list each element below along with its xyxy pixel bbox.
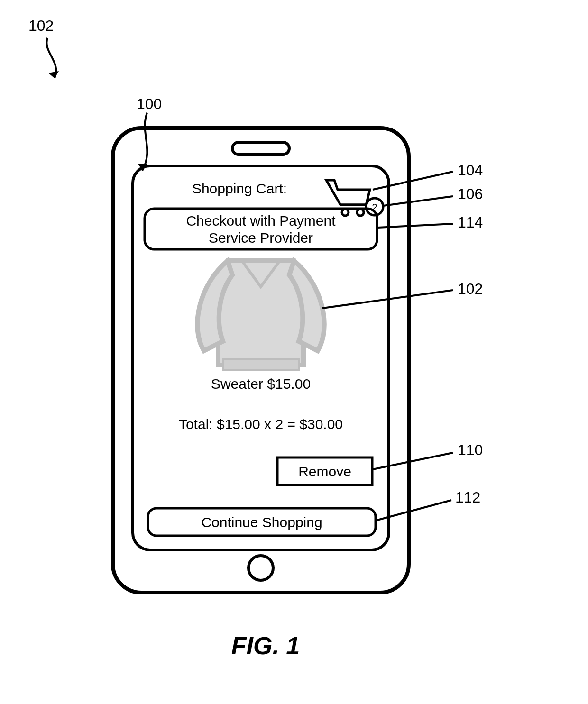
product-label: Sweater $15.00 — [211, 376, 311, 392]
home-button[interactable] — [248, 556, 273, 580]
callout-112: 112 — [455, 489, 480, 506]
callout-100: 100 — [137, 95, 162, 112]
remove-button[interactable]: Remove — [277, 457, 372, 485]
callout-114: 114 — [458, 214, 483, 231]
callout-100-lead — [142, 113, 147, 171]
product-name: Sweater — [211, 376, 263, 392]
cart-icon[interactable] — [326, 180, 370, 216]
page-title: Shopping Cart: — [192, 181, 287, 196]
total-line: Total: $15.00 x 2 = $30.00 — [179, 416, 343, 432]
callout-110: 110 — [458, 441, 483, 458]
figure-caption: FIG. 1 — [231, 632, 300, 659]
svg-rect-5 — [223, 359, 299, 370]
svg-point-2 — [357, 209, 364, 216]
continue-label: Continue Shopping — [201, 514, 322, 530]
speaker-slot — [232, 142, 289, 155]
figure-canvas: 102 Shopping Cart: 2 Checkout with Payme… — [0, 0, 588, 704]
callout-110-lead — [373, 453, 453, 469]
ref-top: 102 — [28, 17, 54, 34]
callout-104: 104 — [458, 162, 483, 179]
product-price: $15.00 — [267, 376, 311, 392]
callout-102: 102 — [458, 280, 483, 297]
ref-top-arrowhead — [48, 71, 59, 78]
svg-point-1 — [342, 209, 349, 216]
checkout-line2: Service Provider — [209, 230, 313, 246]
callout-112-lead — [376, 500, 451, 521]
continue-button[interactable]: Continue Shopping — [148, 508, 376, 536]
remove-label: Remove — [298, 464, 351, 479]
callout-104-lead — [373, 172, 453, 190]
callout-106-lead — [383, 196, 453, 206]
checkout-line1: Checkout with Payment — [186, 213, 336, 229]
callout-106: 106 — [458, 185, 483, 202]
product-image — [197, 261, 324, 370]
